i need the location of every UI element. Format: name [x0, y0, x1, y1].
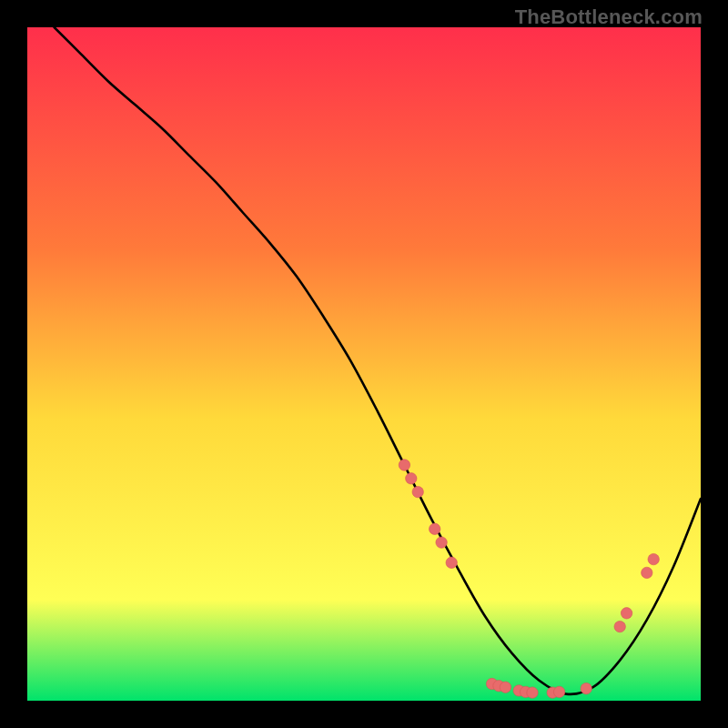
data-marker: [430, 523, 440, 534]
gradient-background: [27, 27, 701, 701]
data-marker: [621, 608, 632, 619]
data-marker: [581, 682, 592, 693]
data-marker: [614, 621, 625, 632]
data-marker: [446, 557, 457, 568]
data-marker: [648, 553, 659, 564]
bottleneck-chart: [27, 27, 701, 701]
data-marker: [642, 567, 652, 578]
data-marker: [399, 460, 410, 470]
data-marker: [436, 537, 447, 548]
data-marker: [412, 486, 423, 497]
data-marker: [553, 686, 564, 697]
data-marker: [527, 687, 538, 698]
watermark-label: TheBottleneck.com: [515, 5, 703, 29]
chart-area: [27, 27, 701, 701]
data-marker: [500, 682, 511, 693]
data-marker: [406, 473, 417, 484]
